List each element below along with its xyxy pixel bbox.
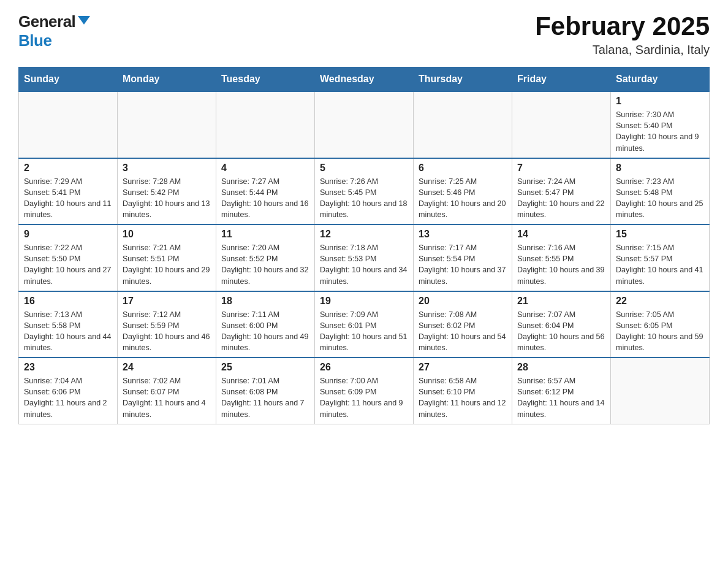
calendar-cell: 16Sunrise: 7:13 AMSunset: 5:58 PMDayligh… <box>19 291 118 358</box>
calendar-cell: 11Sunrise: 7:20 AMSunset: 5:52 PMDayligh… <box>216 224 315 291</box>
day-info: Sunrise: 7:12 AMSunset: 5:59 PMDaylight:… <box>123 309 211 354</box>
day-info: Sunrise: 7:00 AMSunset: 6:09 PMDaylight:… <box>320 375 408 420</box>
day-number: 27 <box>419 362 507 373</box>
calendar-cell: 17Sunrise: 7:12 AMSunset: 5:59 PMDayligh… <box>118 291 216 358</box>
day-info: Sunrise: 7:30 AMSunset: 5:40 PMDaylight:… <box>616 109 704 154</box>
day-number: 2 <box>24 163 112 174</box>
day-number: 25 <box>221 362 309 373</box>
day-info: Sunrise: 7:05 AMSunset: 6:05 PMDaylight:… <box>616 309 704 354</box>
calendar-cell <box>315 91 414 158</box>
day-info: Sunrise: 7:07 AMSunset: 6:04 PMDaylight:… <box>517 309 605 354</box>
day-info: Sunrise: 7:09 AMSunset: 6:01 PMDaylight:… <box>320 309 408 354</box>
day-number: 24 <box>123 362 211 373</box>
day-number: 6 <box>419 163 507 174</box>
day-number: 26 <box>320 362 408 373</box>
day-info: Sunrise: 7:24 AMSunset: 5:47 PMDaylight:… <box>517 176 605 221</box>
page-header: General Blue February 2025 Talana, Sardi… <box>18 12 710 57</box>
calendar-cell: 12Sunrise: 7:18 AMSunset: 5:53 PMDayligh… <box>315 224 414 291</box>
calendar-cell: 27Sunrise: 6:58 AMSunset: 6:10 PMDayligh… <box>414 358 512 424</box>
calendar-cell: 15Sunrise: 7:15 AMSunset: 5:57 PMDayligh… <box>611 224 710 291</box>
logo-blue-text: Blue <box>18 31 51 50</box>
calendar-cell: 26Sunrise: 7:00 AMSunset: 6:09 PMDayligh… <box>315 358 414 424</box>
calendar-cell <box>611 358 710 424</box>
day-number: 21 <box>517 296 605 307</box>
calendar-cell: 13Sunrise: 7:17 AMSunset: 5:54 PMDayligh… <box>414 224 512 291</box>
day-info: Sunrise: 7:11 AMSunset: 6:00 PMDaylight:… <box>221 309 309 354</box>
day-info: Sunrise: 7:08 AMSunset: 6:02 PMDaylight:… <box>419 309 507 354</box>
day-number: 3 <box>123 163 211 174</box>
weekday-header-tuesday: Tuesday <box>216 67 315 92</box>
day-number: 1 <box>616 96 704 107</box>
day-number: 8 <box>616 163 704 174</box>
calendar-cell: 8Sunrise: 7:23 AMSunset: 5:48 PMDaylight… <box>611 158 710 225</box>
day-info: Sunrise: 7:17 AMSunset: 5:54 PMDaylight:… <box>419 242 507 287</box>
calendar-cell: 20Sunrise: 7:08 AMSunset: 6:02 PMDayligh… <box>414 291 512 358</box>
day-info: Sunrise: 7:25 AMSunset: 5:46 PMDaylight:… <box>419 176 507 221</box>
day-info: Sunrise: 7:13 AMSunset: 5:58 PMDaylight:… <box>24 309 112 354</box>
calendar-cell: 25Sunrise: 7:01 AMSunset: 6:08 PMDayligh… <box>216 358 315 424</box>
day-number: 12 <box>320 229 408 240</box>
day-info: Sunrise: 7:27 AMSunset: 5:44 PMDaylight:… <box>221 176 309 221</box>
day-number: 17 <box>123 296 211 307</box>
calendar-cell: 14Sunrise: 7:16 AMSunset: 5:55 PMDayligh… <box>512 224 611 291</box>
weekday-header-wednesday: Wednesday <box>315 67 414 92</box>
day-info: Sunrise: 7:23 AMSunset: 5:48 PMDaylight:… <box>616 176 704 221</box>
calendar-cell: 10Sunrise: 7:21 AMSunset: 5:51 PMDayligh… <box>118 224 216 291</box>
day-info: Sunrise: 7:01 AMSunset: 6:08 PMDaylight:… <box>221 375 309 420</box>
calendar-cell: 22Sunrise: 7:05 AMSunset: 6:05 PMDayligh… <box>611 291 710 358</box>
calendar-cell: 7Sunrise: 7:24 AMSunset: 5:47 PMDaylight… <box>512 158 611 225</box>
logo-general-text: General <box>18 12 75 31</box>
calendar-cell <box>118 91 216 158</box>
title-area: February 2025 Talana, Sardinia, Italy <box>535 12 710 57</box>
day-info: Sunrise: 7:22 AMSunset: 5:50 PMDaylight:… <box>24 242 112 287</box>
day-info: Sunrise: 6:58 AMSunset: 6:10 PMDaylight:… <box>419 375 507 420</box>
calendar-cell: 3Sunrise: 7:28 AMSunset: 5:42 PMDaylight… <box>118 158 216 225</box>
day-number: 10 <box>123 229 211 240</box>
calendar-cell <box>216 91 315 158</box>
calendar-cell: 6Sunrise: 7:25 AMSunset: 5:46 PMDaylight… <box>414 158 512 225</box>
weekday-header-sunday: Sunday <box>19 67 118 92</box>
calendar-cell: 19Sunrise: 7:09 AMSunset: 6:01 PMDayligh… <box>315 291 414 358</box>
page-subtitle: Talana, Sardinia, Italy <box>535 43 710 57</box>
day-number: 22 <box>616 296 704 307</box>
day-info: Sunrise: 7:29 AMSunset: 5:41 PMDaylight:… <box>24 176 112 221</box>
calendar-cell: 5Sunrise: 7:26 AMSunset: 5:45 PMDaylight… <box>315 158 414 225</box>
day-info: Sunrise: 7:02 AMSunset: 6:07 PMDaylight:… <box>123 375 211 420</box>
calendar-cell: 1Sunrise: 7:30 AMSunset: 5:40 PMDaylight… <box>611 91 710 158</box>
day-number: 16 <box>24 296 112 307</box>
calendar-cell: 28Sunrise: 6:57 AMSunset: 6:12 PMDayligh… <box>512 358 611 424</box>
weekday-header-monday: Monday <box>118 67 216 92</box>
page-title: February 2025 <box>535 12 710 40</box>
day-number: 18 <box>221 296 309 307</box>
day-info: Sunrise: 7:16 AMSunset: 5:55 PMDaylight:… <box>517 242 605 287</box>
calendar-cell: 24Sunrise: 7:02 AMSunset: 6:07 PMDayligh… <box>118 358 216 424</box>
day-info: Sunrise: 7:28 AMSunset: 5:42 PMDaylight:… <box>123 176 211 221</box>
calendar-cell: 2Sunrise: 7:29 AMSunset: 5:41 PMDaylight… <box>19 158 118 225</box>
day-info: Sunrise: 7:18 AMSunset: 5:53 PMDaylight:… <box>320 242 408 287</box>
weekday-header-thursday: Thursday <box>414 67 512 92</box>
day-number: 15 <box>616 229 704 240</box>
calendar-cell: 18Sunrise: 7:11 AMSunset: 6:00 PMDayligh… <box>216 291 315 358</box>
day-number: 11 <box>221 229 309 240</box>
weekday-header-saturday: Saturday <box>611 67 710 92</box>
weekday-header-friday: Friday <box>512 67 611 92</box>
calendar-week-row: 16Sunrise: 7:13 AMSunset: 5:58 PMDayligh… <box>19 291 710 358</box>
day-number: 14 <box>517 229 605 240</box>
calendar-header-row: SundayMondayTuesdayWednesdayThursdayFrid… <box>19 67 710 92</box>
logo-triangle-icon <box>78 16 90 25</box>
day-number: 20 <box>419 296 507 307</box>
calendar-week-row: 9Sunrise: 7:22 AMSunset: 5:50 PMDaylight… <box>19 224 710 291</box>
day-info: Sunrise: 7:26 AMSunset: 5:45 PMDaylight:… <box>320 176 408 221</box>
day-number: 5 <box>320 163 408 174</box>
day-info: Sunrise: 7:15 AMSunset: 5:57 PMDaylight:… <box>616 242 704 287</box>
day-number: 13 <box>419 229 507 240</box>
logo: General Blue <box>18 12 90 50</box>
day-number: 7 <box>517 163 605 174</box>
day-number: 23 <box>24 362 112 373</box>
day-info: Sunrise: 6:57 AMSunset: 6:12 PMDaylight:… <box>517 375 605 420</box>
calendar-week-row: 23Sunrise: 7:04 AMSunset: 6:06 PMDayligh… <box>19 358 710 424</box>
day-number: 4 <box>221 163 309 174</box>
day-info: Sunrise: 7:21 AMSunset: 5:51 PMDaylight:… <box>123 242 211 287</box>
calendar-cell: 9Sunrise: 7:22 AMSunset: 5:50 PMDaylight… <box>19 224 118 291</box>
day-number: 28 <box>517 362 605 373</box>
